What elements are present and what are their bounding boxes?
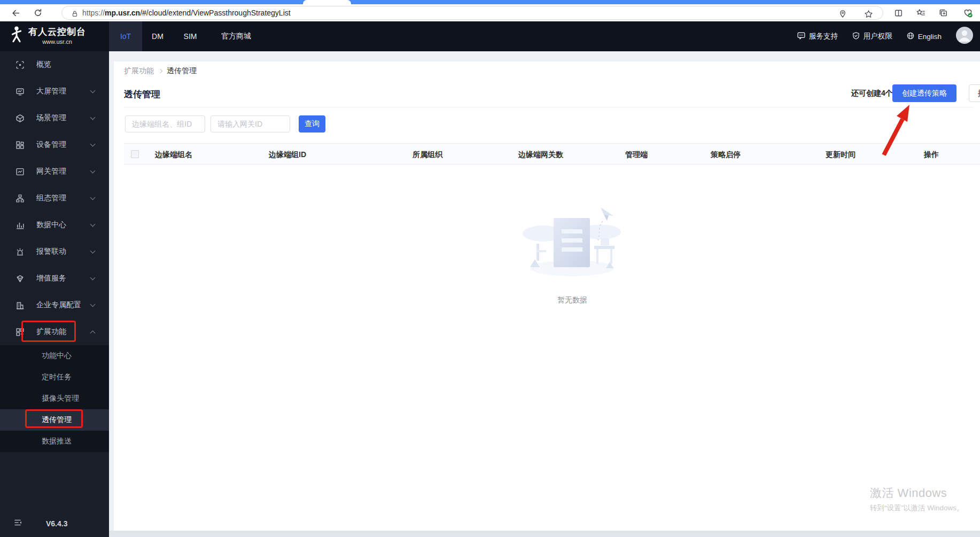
chevron-down-icon: [90, 88, 96, 94]
browser-tab-strip: [0, 0, 980, 4]
sidebar-item-vas[interactable]: 增值服务: [0, 265, 109, 292]
url-text: https://mp.usr.cn/#/cloud/extend/ViewPas…: [82, 9, 291, 17]
col-header-update-time[interactable]: 更新时间: [826, 144, 855, 165]
shield-icon: [852, 32, 860, 42]
permissions-link[interactable]: 用户权限: [852, 32, 892, 42]
monitor-icon: [15, 87, 25, 96]
breadcrumb-chevron-icon: [158, 69, 162, 73]
url-bar[interactable]: https://mp.usr.cn/#/cloud/extend/ViewPas…: [61, 6, 883, 20]
col-header-org[interactable]: 所属组织: [413, 144, 442, 165]
empty-state-illustration: [522, 204, 623, 286]
chart-box-icon: [15, 167, 25, 176]
sidebar-item-datacenter[interactable]: 数据中心: [0, 212, 109, 238]
table-header-row: 边缘端组名 边缘端组ID 所属组织 边缘端网关数 管理端 策略启停 更新时间 操…: [124, 143, 980, 165]
col-header-gateway-count[interactable]: 边缘端网关数: [518, 144, 563, 165]
collapse-sidebar-icon[interactable]: [14, 518, 22, 529]
app-header: 有人云控制台 www.usr.cn IoT DM SIM 官方商城 服务支持 用…: [0, 21, 980, 51]
breadcrumb-parent[interactable]: 扩展功能: [124, 66, 154, 76]
favorites-bar-icon[interactable]: [914, 6, 928, 20]
page-title: 透传管理: [124, 88, 160, 100]
breadcrumb-current: 透传管理: [167, 66, 197, 76]
chevron-up-icon: [90, 331, 96, 336]
usr-logo-icon: [10, 26, 24, 45]
extend-submenu: 功能中心 定时任务 摄像头管理 透传管理 数据推送: [0, 345, 109, 452]
col-header-actions[interactable]: 操作: [924, 144, 939, 165]
sidebar-item-enterprise[interactable]: 企业专属配置: [0, 292, 109, 318]
windows-watermark: 激活 Windows 转到“设置”以激活 Windows。: [870, 485, 964, 513]
col-header-group-id[interactable]: 边缘端组ID: [269, 144, 306, 165]
org-chart-icon: [15, 194, 25, 203]
sidebar-item-config[interactable]: 组态管理: [0, 185, 109, 212]
brand-title: 有人云控制台: [28, 26, 86, 38]
submenu-item-camera[interactable]: 摄像头管理: [0, 388, 109, 409]
group-search-input[interactable]: [125, 115, 205, 133]
brand-subtitle: www.usr.cn: [28, 38, 86, 45]
sidebar-item-overview[interactable]: 概览: [0, 51, 109, 78]
chevron-down-icon: [90, 195, 96, 200]
submenu-item-scheduled-tasks[interactable]: 定时任务: [0, 367, 109, 388]
sidebar-item-scene[interactable]: 场景管理: [0, 105, 109, 131]
submenu-item-data-push[interactable]: 数据推送: [0, 431, 109, 452]
chevron-down-icon: [90, 142, 96, 147]
sidebar-item-screen[interactable]: 大屏管理: [0, 78, 109, 105]
collections-icon[interactable]: [936, 6, 950, 20]
sidebar: 概览 大屏管理 场景管理 设备管理 网关管理 组态管理 数据中心 报警联动 增值…: [0, 51, 109, 537]
sidebar-item-alarm[interactable]: 报警联动: [0, 238, 109, 265]
tab-dm[interactable]: DM: [142, 21, 173, 51]
grid-icon: [15, 141, 25, 150]
col-header-manager[interactable]: 管理端: [625, 144, 648, 165]
submenu-item-function-center[interactable]: 功能中心: [0, 345, 109, 367]
quota-text: 还可创建4个: [851, 89, 893, 98]
browser-tab-notch: [303, 0, 351, 4]
browser-toolbar: https://mp.usr.cn/#/cloud/extend/ViewPas…: [0, 4, 980, 21]
version-label: V6.4.3: [46, 519, 67, 528]
building-icon: [15, 301, 25, 310]
refresh-icon[interactable]: [31, 6, 45, 20]
globe-icon: [906, 32, 915, 42]
tab-mall[interactable]: 官方商城: [207, 21, 265, 51]
horizontal-scrollbar-track[interactable]: [109, 531, 980, 537]
support-link[interactable]: 服务支持: [797, 31, 838, 42]
col-header-group-name[interactable]: 边缘端组名: [155, 144, 192, 165]
content-card: 扩展功能 透传管理 透传管理 查询 还可创建4个 创建透传策略 批量 边缘端组名…: [114, 61, 980, 531]
tab-iot[interactable]: IoT: [109, 21, 142, 51]
empty-state-text: 暂无数据: [522, 295, 623, 305]
annotation-arrow: [876, 102, 919, 160]
sidebar-item-device[interactable]: 设备管理: [0, 131, 109, 158]
bookmark-star-icon[interactable]: [862, 8, 874, 20]
annotation-rect-extend: [21, 321, 76, 342]
gem-icon: [15, 274, 25, 283]
col-header-strategy-switch[interactable]: 策略启停: [711, 144, 741, 165]
chat-icon: [797, 31, 806, 42]
cube-icon: [15, 114, 25, 123]
query-button[interactable]: 查询: [299, 115, 325, 133]
lock-icon: [69, 8, 81, 20]
chevron-down-icon: [90, 275, 96, 281]
annotation-rect-passthrough: [25, 409, 83, 428]
create-strategy-button[interactable]: 创建透传策略: [892, 84, 956, 102]
chevron-down-icon: [90, 302, 96, 307]
breadcrumb: 扩展功能 透传管理: [124, 66, 197, 76]
bar-chart-icon: [15, 221, 25, 230]
split-screen-icon[interactable]: [891, 6, 905, 20]
chevron-down-icon: [90, 248, 96, 254]
chevron-down-icon: [90, 222, 96, 227]
gateway-search-input[interactable]: [211, 115, 290, 133]
chevron-down-icon: [90, 168, 96, 174]
user-avatar[interactable]: [955, 26, 974, 46]
siren-icon: [15, 247, 25, 256]
back-icon[interactable]: [9, 6, 22, 20]
tab-sim[interactable]: SIM: [173, 21, 207, 51]
brand-logo[interactable]: 有人云控制台 www.usr.cn: [10, 26, 86, 45]
main-content: 扩展功能 透传管理 透传管理 查询 还可创建4个 创建透传策略 批量 边缘端组名…: [109, 51, 980, 537]
chevron-down-icon: [90, 115, 96, 120]
browser-essentials-icon[interactable]: [961, 6, 975, 20]
location-icon[interactable]: [837, 8, 849, 20]
scan-icon: [15, 60, 25, 69]
select-all-checkbox[interactable]: [131, 150, 139, 158]
title-divider: [124, 107, 974, 107]
watermark-line1: 激活 Windows: [870, 485, 964, 501]
batch-button[interactable]: 批量: [969, 84, 980, 102]
sidebar-item-gateway[interactable]: 网关管理: [0, 158, 109, 185]
language-link[interactable]: English: [906, 32, 942, 42]
